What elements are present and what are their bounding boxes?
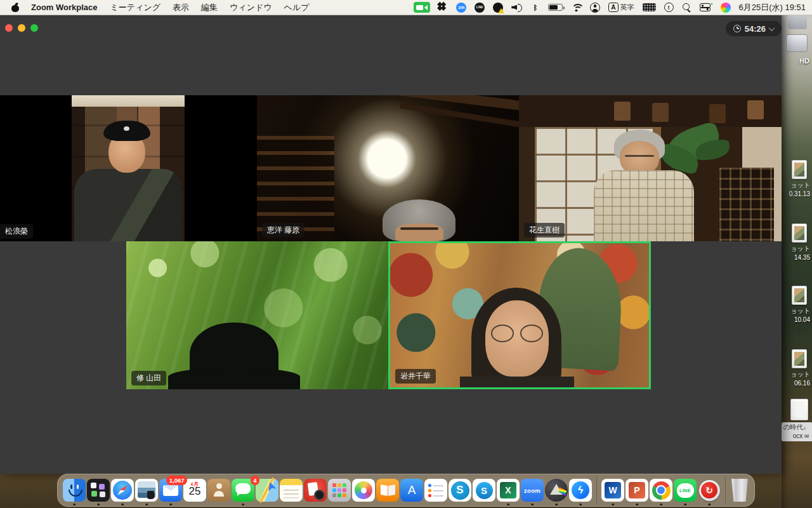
hard-drive-icon[interactable] [786,34,808,52]
dock-icon-prism[interactable] [545,479,568,502]
file-icon [792,160,807,179]
running-indicator [684,504,686,506]
window-minimize-button[interactable] [18,24,25,32]
zoom-zm-icon[interactable]: zm [456,3,466,13]
desktop-file[interactable]: ョット10.04 [782,286,812,324]
dock-icon-safari[interactable] [111,479,134,502]
app-menu-title[interactable]: Zoom Workplace [31,3,98,12]
desktop-file[interactable]: ョット06.16 [782,349,812,387]
chevron-down-icon [769,25,775,31]
input-source-icon[interactable]: A英字 [608,2,634,13]
line-app-text: LINE [476,6,483,9]
person-torso [74,169,182,241]
dock-icon-notes[interactable] [280,479,303,502]
dock-icon-zoom[interactable]: zoom [521,479,544,502]
apple-menu-icon[interactable] [11,3,20,12]
dock-icon-messenger[interactable]: ϟ [569,479,592,502]
menu-item-4[interactable]: ヘルプ [284,2,310,13]
dropbox-icon[interactable] [438,3,448,12]
dock-icon-photo-booth[interactable] [304,479,327,502]
running-indicator [555,504,558,506]
running-indicator [579,504,582,506]
file-label: の時代』ocx ✉ [782,422,812,441]
dock-icon-chrome[interactable] [650,479,672,502]
screen-share-camera-icon[interactable] [414,2,430,13]
participant-name-label: 恵洋 藤原 [262,223,304,237]
dock-icon-photos[interactable] [352,479,375,502]
menu-item-0[interactable]: ミーティング [110,2,161,13]
dock-icon-preview[interactable] [135,479,158,502]
desktop-file[interactable]: の時代』ocx ✉ [782,399,812,441]
menu-item-3[interactable]: ウィンドウ [230,2,272,13]
keyboard-viewer-icon[interactable] [643,3,656,11]
dock-icon-trash[interactable] [730,479,749,502]
volume-icon[interactable] [511,3,522,12]
menubar-datetime[interactable]: 6月25日(水) 19:51 [739,2,806,13]
dock-icon-line[interactable]: LINE [674,479,697,502]
dock-icon-trend-micro[interactable]: ↻ [698,479,721,502]
notifier-alert-icon[interactable] [493,3,503,13]
window-zoom-button[interactable] [30,24,38,32]
participant-name-label: 松浪榮 [0,224,33,239]
bluetooth-text: ᛒ [533,4,537,11]
dock-icon-skype[interactable]: S [473,479,495,502]
menu-item-1[interactable]: 表示 [173,2,189,13]
bluetooth-icon[interactable]: ᛒ [530,2,540,13]
running-indicator [612,504,614,506]
siri-icon[interactable] [721,3,731,13]
running-indicator [660,504,662,506]
video-tile-active-speaker[interactable]: 岩井千華 [388,241,651,389]
desktop-file[interactable]: ョット0.31.13 [782,160,812,198]
line-app-icon[interactable]: LINE [475,3,485,13]
video-tile-participant-4[interactable]: 修 山田 [126,241,388,389]
dock-separator [725,477,726,504]
dock-icon-reminders[interactable] [424,479,447,502]
meeting-timer[interactable]: 54:26 [726,21,782,36]
desktop-file[interactable]: ョット14.35 [782,224,812,262]
user-account-icon[interactable] [590,3,600,13]
dock-icon-window-manager[interactable] [87,479,110,502]
spotlight-icon[interactable] [682,3,691,12]
running-indicator [121,504,124,506]
running-indicator [708,504,710,506]
desktop-area: HD ョット0.31.13ョット14.35ョット10.04ョット06.16の時代… [782,15,812,508]
battery-icon[interactable] [548,4,563,11]
dock-separator [596,477,597,504]
dock-icon-contacts[interactable] [207,479,230,502]
video-feed-1 [72,95,185,241]
video-tile-participant-3[interactable]: 花生直樹 [519,95,782,241]
wifi-icon[interactable] [571,3,582,11]
dock-icon-launchpad[interactable] [328,479,351,502]
menu-bar: Zoom Workplace ミーティング表示編集ウィンドウヘルプ zmLINE… [0,0,812,15]
update-alert-icon[interactable] [664,3,674,12]
running-indicator [97,504,100,506]
person-face [395,224,443,241]
file-label: ョット10.04 [782,307,812,324]
app-store-glyph: A [408,483,416,497]
running-indicator [145,504,148,506]
dock-icon-mail[interactable]: 1,067 [159,479,182,502]
dock-icon-messages[interactable]: 4 [232,479,254,502]
dock-icon-skype-classic[interactable]: S [449,479,471,502]
running-indicator [242,504,244,506]
file-icon [792,286,807,305]
running-indicator [531,504,534,506]
video-tile-participant-1[interactable]: 松浪榮 [0,95,257,241]
person-shirt [594,170,694,241]
dock-icon-word[interactable]: W [601,479,624,502]
control-center-icon[interactable] [700,3,712,11]
dock-icon-finder[interactable] [63,479,86,502]
dock: 1,0676月254ASSXzoomϟWPLINE↻ [57,474,755,507]
window-close-button[interactable] [5,24,13,32]
dock-icon-powerpoint[interactable]: P [625,479,648,502]
video-tile-participant-2[interactable]: 恵洋 藤原 [257,95,519,241]
dock-icon-excel[interactable]: X [497,479,520,502]
file-label-line2: ocx ✉ [783,432,811,441]
file-label-line2: 0.31.13 [782,190,812,199]
zoom-zm-text: zm [458,5,464,10]
skype-classic-glyph: S [456,484,463,497]
dock-icon-app-store[interactable]: A [400,479,423,502]
menu-item-2[interactable]: 編集 [201,2,218,13]
dock-icon-books[interactable] [376,479,399,502]
menubar-status-icons: zmLINEᛒA英字 [414,2,730,13]
